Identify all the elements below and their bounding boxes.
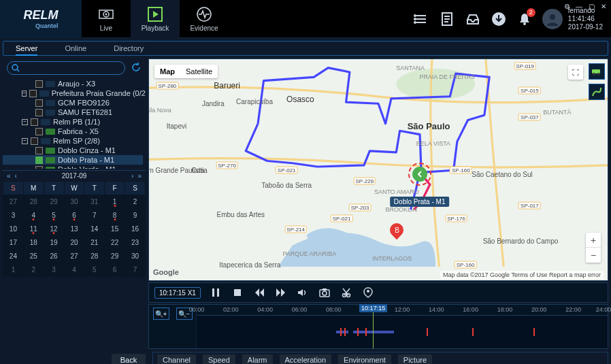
cal-day[interactable]: 23: [125, 236, 146, 250]
list-icon[interactable]: [413, 11, 429, 27]
map-zoom-out[interactable]: −: [586, 248, 601, 263]
cal-day[interactable]: 6: [64, 209, 84, 222]
tree-item[interactable]: Fabrica - X5: [3, 127, 143, 136]
cal-day[interactable]: 4: [64, 263, 84, 277]
cal-day[interactable]: 7: [84, 209, 105, 222]
mode-live[interactable]: Live: [82, 0, 131, 38]
map-tool-vehicle-icon[interactable]: [589, 63, 605, 80]
tree-group[interactable]: −Relm PB (1/1): [3, 117, 143, 127]
cal-day[interactable]: 17: [3, 236, 24, 250]
tree-item[interactable]: Doblo Verde - M1: [3, 165, 143, 169]
tab-alarm[interactable]: Alarm: [242, 354, 273, 364]
cal-day[interactable]: 27: [64, 250, 84, 263]
cal-day[interactable]: 9: [125, 209, 146, 222]
clip-button[interactable]: [340, 286, 353, 299]
timeline[interactable]: 🔍+ 🔍− 00:00 02:00 04:00 06:00 08:00 10:0…: [148, 304, 608, 349]
cal-day[interactable]: 30: [64, 195, 84, 209]
cal-next-year[interactable]: »: [137, 172, 142, 180]
cal-day[interactable]: 22: [105, 236, 125, 250]
cal-day[interactable]: 1: [105, 195, 125, 209]
cal-day[interactable]: 26: [44, 250, 64, 263]
cal-day[interactable]: 1: [3, 263, 24, 277]
refresh-icon[interactable]: [131, 62, 142, 74]
tab-acceleration[interactable]: Acceleration: [280, 354, 332, 364]
cal-day[interactable]: 30: [125, 250, 146, 263]
snapshot-button[interactable]: [318, 286, 331, 299]
tree-item[interactable]: GCM FBO9126: [3, 98, 143, 107]
cal-day[interactable]: 2: [23, 263, 44, 277]
restore-icon[interactable]: ▢: [587, 1, 596, 11]
volume-button[interactable]: [296, 286, 310, 299]
cal-day[interactable]: 5: [84, 263, 105, 277]
timeline-cursor[interactable]: 10:17:15: [373, 305, 374, 348]
mode-playback[interactable]: Playback: [131, 0, 180, 38]
map-type-map[interactable]: Map: [154, 65, 180, 78]
doc-icon[interactable]: [439, 11, 455, 27]
tab-online[interactable]: Online: [65, 44, 86, 52]
cal-day[interactable]: 2: [125, 195, 146, 209]
map-type-satellite[interactable]: Satellite: [180, 65, 218, 78]
tree-group[interactable]: −Prefeitura Praia Grande (0/2): [3, 88, 143, 98]
tree-item[interactable]: SAMU FET6281: [3, 107, 143, 117]
tab-directory[interactable]: Directory: [114, 44, 144, 52]
mode-evidence[interactable]: Evidence: [180, 0, 229, 38]
cal-day[interactable]: 29: [44, 195, 64, 209]
minimize-icon[interactable]: —: [574, 1, 584, 11]
tab-speed[interactable]: Speed: [203, 354, 235, 364]
tab-channel[interactable]: Channel: [157, 354, 196, 364]
map-marker-b[interactable]: B: [390, 223, 403, 241]
cal-day[interactable]: 3: [3, 209, 24, 222]
cal-day[interactable]: 18: [23, 236, 44, 250]
cal-day[interactable]: 21: [84, 236, 105, 250]
cal-day[interactable]: 19: [44, 236, 64, 250]
cal-day[interactable]: 27: [3, 195, 24, 209]
download-icon[interactable]: [491, 11, 507, 27]
cal-day[interactable]: 12: [44, 222, 64, 236]
cal-day[interactable]: 24: [3, 250, 24, 263]
tab-picture[interactable]: Picture: [398, 354, 432, 364]
map-vehicle-marker[interactable]: [408, 163, 431, 186]
cal-day[interactable]: 15: [105, 222, 125, 236]
rewind-button[interactable]: [252, 286, 266, 299]
tree-item[interactable]: Doblo Cinza - M1: [3, 146, 143, 155]
tab-environment[interactable]: Environment: [338, 354, 391, 364]
locate-button[interactable]: [361, 286, 375, 299]
cal-day[interactable]: 13: [64, 222, 84, 236]
settings-icon[interactable]: ⚙: [562, 1, 572, 11]
cal-day[interactable]: 8: [105, 209, 125, 222]
forward-button[interactable]: [274, 286, 288, 299]
bell-icon[interactable]: 2: [516, 11, 533, 27]
cal-day[interactable]: 5: [44, 209, 64, 222]
cal-day[interactable]: 20: [64, 236, 84, 250]
pause-button[interactable]: [209, 286, 222, 299]
cal-day[interactable]: 10: [3, 222, 24, 236]
cal-day[interactable]: 14: [84, 222, 105, 236]
cal-day[interactable]: 3: [44, 263, 64, 277]
close-icon[interactable]: ✕: [599, 1, 608, 11]
tab-server[interactable]: Server: [16, 44, 37, 52]
search-input[interactable]: [22, 65, 120, 72]
tree-item-selected[interactable]: Doblo Prata - M1: [3, 155, 143, 165]
map-fullscreen-icon[interactable]: ⛶: [568, 65, 583, 80]
cal-prev-month[interactable]: ‹: [15, 172, 17, 180]
tree-item[interactable]: Araujo - X3: [3, 79, 143, 88]
map[interactable]: São Paulo Osasco Barueri Jandira Carapic…: [148, 59, 608, 281]
cal-day[interactable]: 31: [84, 195, 105, 209]
search-box[interactable]: [7, 61, 125, 75]
tree-group[interactable]: −Relm SP (2/8): [3, 136, 143, 146]
inbox-icon[interactable]: [465, 11, 481, 27]
cal-next-month[interactable]: ›: [131, 172, 133, 180]
cal-day[interactable]: 25: [23, 250, 44, 263]
timeline-zoom-in[interactable]: 🔍+: [153, 308, 169, 320]
map-zoom-in[interactable]: +: [586, 233, 601, 248]
map-tool-path-icon[interactable]: [589, 84, 605, 100]
cal-day[interactable]: 28: [84, 250, 105, 263]
cal-day[interactable]: 7: [125, 263, 146, 277]
stop-button[interactable]: [231, 286, 244, 299]
cal-day[interactable]: 29: [105, 250, 125, 263]
cal-prev-year[interactable]: «: [7, 172, 11, 180]
back-button[interactable]: Back: [112, 354, 146, 364]
cal-day[interactable]: 16: [125, 222, 146, 236]
cal-day[interactable]: 28: [23, 195, 44, 209]
cal-day[interactable]: 4: [23, 209, 44, 222]
